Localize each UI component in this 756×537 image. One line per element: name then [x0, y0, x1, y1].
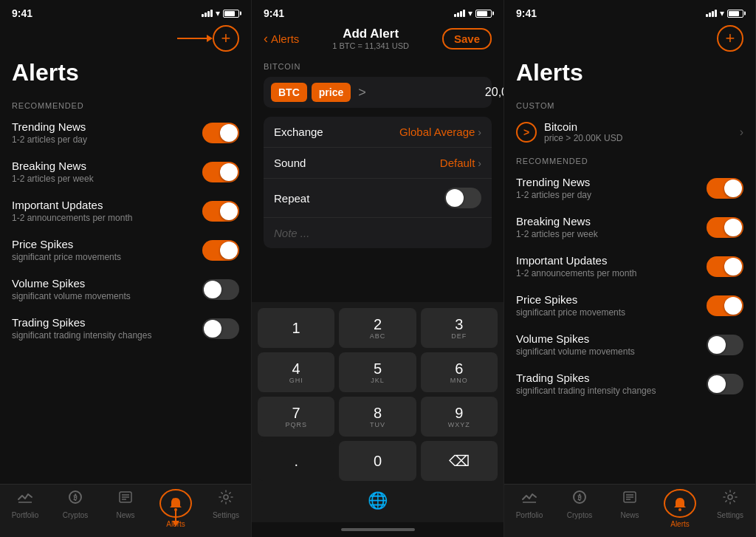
key-num-4: 4	[292, 360, 300, 377]
alert-name-volume-3: Volume Spikes	[516, 332, 707, 345]
toggle-trending-3[interactable]	[707, 178, 743, 199]
nav-settings-3[interactable]: Settings	[705, 489, 755, 528]
toggle-breaking-3[interactable]	[707, 217, 743, 238]
list-item[interactable]: Trending News 1-2 articles per day	[0, 113, 251, 152]
cryptos-icon-3: ₿	[571, 489, 588, 509]
toggle-trading-3[interactable]	[707, 374, 743, 394]
nav-settings-1[interactable]: Settings	[201, 489, 251, 528]
nav-portfolio-1[interactable]: Portfolio	[0, 489, 50, 528]
list-item[interactable]: Trading Spikes significant trading inten…	[504, 364, 755, 403]
custom-item-name: Bitcoin	[544, 120, 622, 133]
sound-label: Sound	[274, 157, 306, 169]
key-8[interactable]: 8 TUV	[339, 397, 416, 437]
sound-row[interactable]: Sound Default ›	[264, 148, 492, 179]
note-row[interactable]: Note ...	[264, 218, 492, 248]
custom-alert-icon: >	[516, 122, 537, 143]
list-item[interactable]: Important Updates 1-2 announcements per …	[0, 191, 251, 230]
list-item[interactable]: Breaking News 1-2 articles per week	[504, 208, 755, 247]
repeat-row[interactable]: Repeat	[264, 179, 492, 218]
toggle-trading[interactable]	[202, 318, 239, 339]
key-5[interactable]: 5 JKL	[339, 352, 416, 392]
list-item[interactable]: Breaking News 1-2 articles per week	[0, 152, 251, 191]
list-item[interactable]: Volume Spikes significant volume movemen…	[504, 325, 755, 364]
list-item[interactable]: Trending News 1-2 articles per day	[504, 168, 755, 208]
price-input[interactable]	[374, 86, 504, 99]
toggle-volume-3[interactable]	[707, 335, 743, 355]
key-0[interactable]: 0	[339, 441, 416, 481]
key-3[interactable]: 3 DEF	[421, 308, 498, 348]
back-button[interactable]: ‹ Alerts	[264, 31, 299, 47]
toggle-important-3[interactable]	[707, 256, 743, 277]
alert-sub-price-3: significant price movements	[516, 307, 707, 318]
exchange-label: Exchange	[274, 126, 323, 138]
alert-sub-trending: 1-2 articles per day	[12, 134, 202, 145]
nav-alerts-3[interactable]: Alerts	[655, 489, 705, 528]
nav-label-portfolio-1: Portfolio	[12, 511, 39, 519]
toggle-price-3[interactable]	[707, 295, 743, 316]
add-alert-button-3[interactable]: +	[717, 25, 743, 52]
page-title-1: Alerts	[0, 56, 251, 95]
add-alert-button[interactable]: +	[213, 25, 239, 52]
status-bar-2: 9:41 ▾	[252, 0, 504, 24]
key-9[interactable]: 9 WXYZ	[421, 397, 498, 437]
nav-label-news-3: News	[620, 511, 639, 519]
nav-label-cryptos-1: Cryptos	[63, 511, 88, 519]
status-time-3: 9:41	[516, 7, 537, 19]
nav-label-portfolio-3: Portfolio	[516, 511, 543, 519]
key-num-dot: .	[294, 453, 298, 469]
exchange-chevron-icon: ›	[478, 126, 481, 138]
list-item[interactable]: Trading Spikes significant trading inten…	[0, 309, 251, 348]
key-1[interactable]: 1	[258, 308, 334, 348]
note-placeholder[interactable]: Note ...	[274, 227, 481, 239]
page-title-3: Alerts	[504, 56, 755, 95]
key-letters-2: ABC	[370, 332, 386, 340]
key-2[interactable]: 2 ABC	[339, 308, 416, 348]
key-7[interactable]: 7 PQRS	[258, 397, 334, 437]
coin-pill[interactable]: BTC	[271, 83, 307, 102]
globe-button[interactable]: 🌐	[258, 485, 498, 516]
wifi-icon-2: ▾	[468, 8, 472, 18]
news-icon-1	[117, 489, 134, 509]
key-num-5: 5	[374, 360, 382, 377]
key-letters-4: GHI	[289, 377, 303, 384]
exchange-row[interactable]: Exchange Global Average ›	[264, 117, 492, 148]
nav-cryptos-1[interactable]: ₿ Cryptos	[50, 489, 100, 528]
nav-news-1[interactable]: News	[100, 489, 151, 528]
list-item[interactable]: Price Spikes significant price movements	[0, 230, 251, 270]
condition-row: BTC price > USD	[264, 77, 492, 108]
save-button[interactable]: Save	[442, 28, 492, 49]
alerts-ring-1	[159, 489, 192, 518]
key-delete[interactable]: ⌫	[421, 441, 498, 481]
toggle-price[interactable]	[202, 240, 239, 261]
toggle-breaking[interactable]	[202, 162, 239, 182]
keyboard-row-2: 4 GHI 5 JKL 6 MNO	[258, 352, 498, 392]
nav-label-cryptos-3: Cryptos	[567, 511, 592, 519]
toggle-volume[interactable]	[202, 279, 239, 300]
home-indicator-2	[252, 522, 504, 537]
nav-news-3[interactable]: News	[605, 489, 655, 528]
alert-name-important-3: Important Updates	[516, 254, 707, 267]
list-item[interactable]: Price Spikes significant price movements	[504, 286, 755, 325]
alert-name-volume: Volume Spikes	[12, 277, 202, 290]
key-num-9: 9	[455, 405, 463, 421]
alert-sub-important-3: 1-2 announcements per month	[516, 268, 707, 278]
nav-label-settings-1: Settings	[213, 511, 239, 519]
toggle-trending[interactable]	[202, 123, 239, 143]
svg-point-16	[728, 495, 732, 499]
svg-point-7	[173, 498, 175, 500]
custom-bitcoin-item[interactable]: > Bitcoin price > 20.00K USD ›	[504, 113, 755, 151]
list-item[interactable]: Important Updates 1-2 announcements per …	[504, 247, 755, 286]
key-4[interactable]: 4 GHI	[258, 352, 334, 392]
repeat-toggle[interactable]	[444, 188, 481, 208]
nav-alerts-1[interactable]: Alerts	[151, 489, 201, 528]
field-pill[interactable]: price	[312, 83, 351, 102]
bottom-nav-3: Portfolio ₿ Cryptos News	[504, 484, 755, 537]
nav-portfolio-3[interactable]: Portfolio	[504, 489, 554, 528]
key-letters-6: MNO	[450, 377, 468, 384]
list-item[interactable]: Volume Spikes significant volume movemen…	[0, 270, 251, 309]
key-dot[interactable]: .	[258, 441, 334, 481]
toggle-important[interactable]	[202, 201, 239, 222]
globe-icon: 🌐	[368, 491, 388, 510]
nav-cryptos-3[interactable]: ₿ Cryptos	[554, 489, 605, 528]
key-6[interactable]: 6 MNO	[421, 352, 498, 392]
